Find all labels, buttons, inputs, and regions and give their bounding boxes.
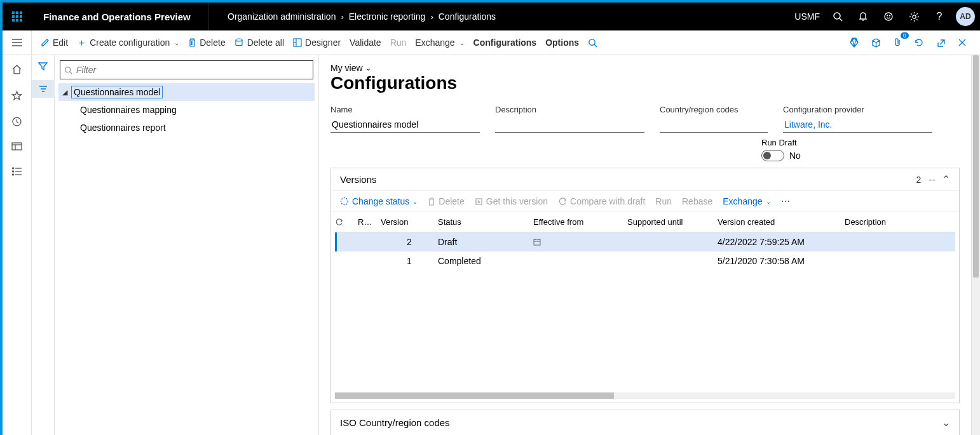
compare-label: Compare with draft — [570, 196, 645, 206]
workspace-icon[interactable] — [11, 142, 22, 152]
exchange-label: Exchange — [415, 37, 454, 48]
gear-icon[interactable] — [902, 3, 925, 30]
vertical-scrollbar[interactable] — [971, 55, 980, 435]
provider-field[interactable] — [783, 117, 932, 133]
col-description[interactable]: Description — [845, 217, 955, 227]
version-exchange-label: Exchange — [723, 196, 762, 206]
search-icon — [64, 66, 72, 74]
avatar[interactable]: AD — [956, 7, 975, 26]
delete-label: Delete — [200, 37, 225, 48]
versions-title: Versions — [340, 174, 916, 185]
versions-toolbar: Change status ⌄ Delete Get this versio — [331, 191, 959, 212]
action-right-icons: 0 — [847, 35, 980, 50]
validate-button[interactable]: Validate — [350, 37, 381, 48]
options-label: Options — [545, 37, 579, 48]
close-icon[interactable] — [955, 35, 970, 50]
diamond-icon[interactable] — [847, 35, 862, 50]
attachments-button[interactable]: 0 — [890, 35, 905, 50]
col-supported[interactable]: Supported until — [627, 217, 718, 227]
col-effective[interactable]: Effective from — [533, 217, 627, 227]
search-icon — [588, 38, 597, 48]
app-launcher-button[interactable] — [3, 3, 32, 30]
my-view-dropdown[interactable]: My view ⌄ — [330, 63, 960, 73]
grid-empty-area — [335, 271, 955, 385]
cell-status: Draft — [438, 237, 533, 247]
search-icon[interactable] — [826, 3, 849, 30]
table-row[interactable]: 1 Completed 5/21/2020 7:30:58 AM — [335, 251, 955, 271]
horizontal-scrollbar[interactable] — [335, 392, 955, 399]
delete-all-button[interactable]: Delete all — [235, 37, 284, 48]
legal-entity[interactable]: USMF — [794, 11, 820, 22]
chevron-right-icon: › — [341, 12, 343, 22]
provider-label: Configuration provider — [783, 105, 932, 114]
versions-grid: R… Version Status Effective from Support… — [331, 212, 959, 390]
name-field[interactable] — [330, 117, 480, 133]
tree-item-root[interactable]: ◢ Questionnaires model — [58, 83, 315, 101]
bell-icon[interactable] — [852, 3, 875, 30]
hamburger-button[interactable] — [3, 30, 32, 55]
options-button[interactable]: Options — [545, 37, 579, 48]
tree-item-child[interactable]: Questionnaires mapping — [58, 101, 315, 119]
chevron-down-icon: ⌄ — [766, 198, 771, 205]
col-status[interactable]: Status — [438, 217, 533, 227]
delete-button[interactable]: Delete — [188, 37, 225, 48]
change-status-button[interactable]: Change status ⌄ — [340, 196, 418, 206]
smile-icon[interactable] — [877, 3, 900, 30]
download-icon — [475, 197, 483, 206]
tree-filter-input[interactable] — [60, 60, 313, 79]
col-version[interactable]: Version — [381, 217, 438, 227]
refresh-column-icon[interactable] — [335, 218, 358, 226]
calendar-icon[interactable] — [533, 238, 621, 246]
country-label: Country/region codes — [660, 105, 768, 114]
svg-point-31 — [65, 67, 71, 72]
help-icon[interactable]: ? — [928, 3, 951, 30]
svg-point-4 — [887, 15, 888, 16]
refresh-icon[interactable] — [911, 35, 927, 50]
designer-label: Designer — [305, 37, 341, 48]
chevron-down-icon: ⌄ — [365, 64, 371, 72]
create-config-button[interactable]: ＋ Create configuration ⌄ — [77, 37, 179, 49]
tree-label: Questionnaires mapping — [80, 105, 177, 115]
versions-header[interactable]: Versions 2 -- ⌃ — [331, 168, 959, 191]
cell-created: 5/21/2020 7:30:58 AM — [718, 256, 845, 266]
filter-field[interactable] — [76, 65, 309, 75]
home-icon[interactable] — [11, 64, 22, 75]
col-created[interactable]: Version created — [718, 217, 845, 227]
col-r[interactable]: R… — [358, 217, 381, 227]
star-icon[interactable] — [11, 90, 22, 101]
description-label: Description — [495, 105, 644, 114]
country-field[interactable] — [660, 117, 768, 133]
breadcrumb-item[interactable]: Organization administration — [228, 11, 336, 22]
description-field[interactable] — [495, 117, 644, 133]
exchange-button[interactable]: Exchange ⌄ — [415, 37, 464, 48]
funnel-icon[interactable] — [38, 62, 48, 71]
iso-card[interactable]: ISO Country/region codes ⌄ — [330, 410, 960, 435]
modules-icon[interactable] — [11, 167, 22, 176]
filter-list-icon[interactable] — [32, 80, 55, 98]
box-icon[interactable] — [868, 35, 883, 50]
table-row[interactable]: 2 Draft 4/22/2022 7:59:25 AM — [335, 232, 955, 251]
caret-down-icon[interactable]: ◢ — [62, 88, 71, 97]
tree-item-child[interactable]: Questionnaires report — [58, 119, 315, 137]
get-version-label: Get this version — [486, 196, 548, 206]
version-run-button: Run — [655, 196, 672, 206]
chevron-up-icon[interactable]: ⌃ — [942, 173, 950, 185]
designer-button[interactable]: Designer — [293, 37, 341, 48]
compare-button: Compare with draft — [558, 196, 645, 206]
version-run-label: Run — [655, 196, 672, 206]
more-button[interactable]: ⋯ — [781, 196, 791, 206]
breadcrumb-item[interactable]: Configurations — [439, 11, 496, 22]
popout-icon[interactable] — [933, 35, 948, 50]
recent-icon[interactable] — [11, 116, 22, 127]
breadcrumb-item[interactable]: Electronic reporting — [349, 11, 426, 22]
grid-header: R… Version Status Effective from Support… — [335, 212, 955, 232]
version-exchange-button[interactable]: Exchange ⌄ — [723, 196, 770, 206]
configurations-button[interactable]: Configurations — [473, 37, 537, 48]
edit-button[interactable]: Edit — [41, 37, 68, 48]
action-search-button[interactable] — [588, 38, 597, 48]
run-label: Run — [390, 37, 407, 48]
tree-label: Questionnaires model — [71, 86, 163, 98]
run-draft-toggle[interactable] — [761, 150, 784, 161]
breadcrumb: Organization administration › Electronic… — [208, 11, 794, 22]
filter-rail — [32, 55, 55, 435]
